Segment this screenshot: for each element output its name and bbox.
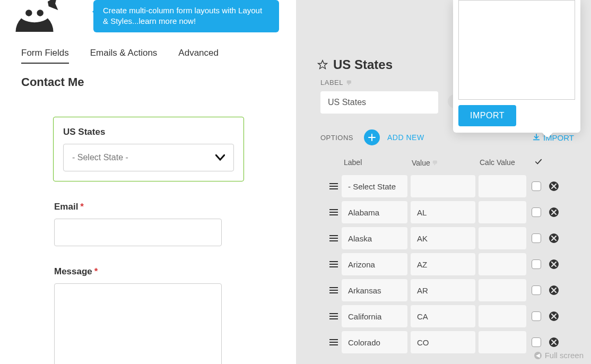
col-label: Label xyxy=(344,158,412,167)
field-label-email: Email* xyxy=(54,202,244,212)
option-value-input[interactable] xyxy=(411,175,475,197)
builder-tabs: Form Fields Emails & Actions Advanced xyxy=(21,48,219,64)
option-row xyxy=(326,201,575,223)
option-value-input[interactable] xyxy=(411,279,475,301)
thumbs-down-icon[interactable] xyxy=(346,80,353,86)
col-calc: Calc Value xyxy=(480,158,535,167)
ninja-logo-icon xyxy=(11,0,58,32)
options-list xyxy=(326,175,575,357)
option-row xyxy=(326,175,575,197)
required-asterisk: * xyxy=(94,266,98,277)
drag-handle-icon[interactable] xyxy=(326,316,342,317)
option-calc-input[interactable] xyxy=(479,305,526,327)
option-default-checkbox[interactable] xyxy=(532,181,541,191)
tab-form-fields[interactable]: Form Fields xyxy=(21,48,69,64)
drag-handle-icon[interactable] xyxy=(326,290,342,291)
option-value-input[interactable] xyxy=(411,253,475,275)
drag-handle-icon[interactable] xyxy=(326,212,342,213)
import-popover: IMPORT xyxy=(453,0,580,133)
label-caption: LABEL xyxy=(320,79,353,86)
field-label-input[interactable] xyxy=(320,91,438,114)
option-label-input[interactable] xyxy=(342,201,407,223)
col-default xyxy=(535,158,547,167)
option-calc-input[interactable] xyxy=(479,201,526,223)
field-us-states[interactable]: US States - Select State - xyxy=(53,117,244,181)
add-option-button[interactable] xyxy=(364,129,380,145)
message-textarea[interactable] xyxy=(54,283,222,364)
field-label-us-states: US States xyxy=(63,127,234,137)
option-row xyxy=(326,279,575,301)
import-options-link[interactable]: IMPORT xyxy=(533,133,574,142)
add-new-link[interactable]: ADD NEW xyxy=(387,133,424,142)
form-title[interactable]: Contact Me xyxy=(21,75,84,89)
option-label-input[interactable] xyxy=(342,331,407,353)
option-default-checkbox[interactable] xyxy=(532,285,541,295)
required-asterisk: * xyxy=(80,202,84,212)
option-row xyxy=(326,253,575,275)
option-row xyxy=(326,331,575,353)
drawer-title: US States xyxy=(317,57,393,72)
options-caption: OPTIONS xyxy=(320,134,353,142)
options-header: Label Value Calc Value xyxy=(344,158,572,167)
import-icon xyxy=(533,134,540,141)
option-default-checkbox[interactable] xyxy=(532,259,541,269)
email-input[interactable] xyxy=(54,219,222,246)
svg-point-2 xyxy=(37,10,43,16)
option-value-input[interactable] xyxy=(411,331,475,353)
select-us-states[interactable]: - Select State - xyxy=(63,144,234,171)
delete-option-icon[interactable] xyxy=(549,233,559,244)
option-value-input[interactable] xyxy=(411,227,475,249)
tab-emails-actions[interactable]: Emails & Actions xyxy=(90,48,158,64)
delete-option-icon[interactable] xyxy=(549,285,559,296)
option-label-input[interactable] xyxy=(342,305,407,327)
option-value-input[interactable] xyxy=(411,201,475,223)
delete-option-icon[interactable] xyxy=(549,337,559,348)
field-message[interactable]: Message* xyxy=(53,266,244,364)
option-label-input[interactable] xyxy=(342,279,407,301)
check-icon xyxy=(535,158,542,166)
option-label-input[interactable] xyxy=(342,227,407,249)
delete-option-icon[interactable] xyxy=(549,181,559,192)
arrow-left-icon: ◀ xyxy=(534,352,542,359)
option-default-checkbox[interactable] xyxy=(532,233,541,243)
drag-handle-icon[interactable] xyxy=(326,264,342,265)
chevron-down-icon xyxy=(215,154,225,161)
option-default-checkbox[interactable] xyxy=(532,337,541,347)
option-calc-input[interactable] xyxy=(479,175,526,197)
delete-option-icon[interactable] xyxy=(549,311,559,322)
option-calc-input[interactable] xyxy=(479,227,526,249)
delete-option-icon[interactable] xyxy=(549,207,559,218)
svg-point-1 xyxy=(25,10,32,16)
promo-tooltip[interactable]: Create multi-column form layouts with La… xyxy=(93,0,279,32)
header-bar: Create multi-column form layouts with La… xyxy=(0,0,296,32)
fullscreen-toggle[interactable]: ◀ Full screen xyxy=(534,351,584,360)
option-value-input[interactable] xyxy=(411,305,475,327)
plus-icon xyxy=(368,134,376,141)
select-placeholder: - Select State - xyxy=(72,153,128,162)
option-calc-input[interactable] xyxy=(479,253,526,275)
option-calc-input[interactable] xyxy=(479,279,526,301)
col-value: Value xyxy=(412,158,480,167)
option-row xyxy=(326,305,575,327)
builder-panel: Create multi-column form layouts with La… xyxy=(0,0,296,364)
drag-handle-icon[interactable] xyxy=(326,186,342,187)
drag-handle-icon[interactable] xyxy=(326,238,342,239)
option-label-input[interactable] xyxy=(342,253,407,275)
import-textarea[interactable] xyxy=(458,0,575,100)
option-default-checkbox[interactable] xyxy=(532,311,541,321)
tab-advanced[interactable]: Advanced xyxy=(178,48,219,64)
option-default-checkbox[interactable] xyxy=(532,207,541,217)
import-button[interactable]: IMPORT xyxy=(458,105,516,126)
option-calc-input[interactable] xyxy=(479,331,526,353)
star-icon[interactable] xyxy=(317,59,328,70)
form-canvas: US States - Select State - Email* Messag… xyxy=(53,117,244,364)
field-label-message: Message* xyxy=(54,266,244,277)
field-email[interactable]: Email* xyxy=(53,202,244,246)
option-row xyxy=(326,227,575,249)
option-label-input[interactable] xyxy=(342,175,407,197)
thumbs-down-icon[interactable] xyxy=(432,160,439,166)
drag-handle-icon[interactable] xyxy=(326,342,342,343)
delete-option-icon[interactable] xyxy=(549,259,559,270)
svg-point-0 xyxy=(19,4,50,23)
